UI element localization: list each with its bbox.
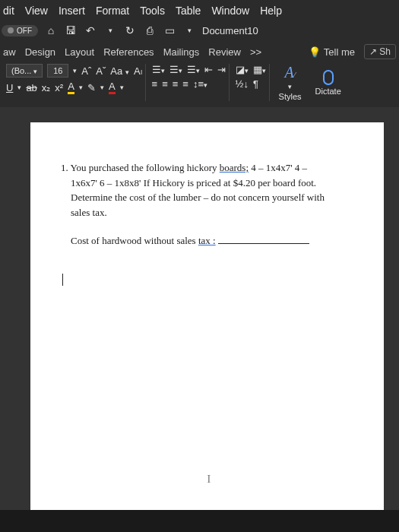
chevron-down-icon: ▾ (125, 68, 129, 75)
menu-tools[interactable]: Tools (140, 5, 165, 17)
undo-dropdown-icon[interactable]: ▾ (103, 27, 117, 34)
qat-customize-icon[interactable]: ▾ (182, 27, 196, 34)
font-group: (Bo... ▾ 16 ▾ Aˆ Aˇ Aa ▾ Aₗ U ▾ ab x₂ x²… (3, 64, 146, 101)
increase-indent-button[interactable]: ⇥ (217, 64, 226, 75)
align-left-button[interactable]: ≡ (152, 78, 158, 90)
menu-bar: dit View Insert Format Tools Table Windo… (0, 0, 399, 21)
line-spacing-button[interactable]: ↕≡▾ (193, 78, 207, 90)
document-title: Document10 (202, 25, 258, 36)
superscript-button[interactable]: x² (55, 82, 63, 93)
tab-draw[interactable]: aw (3, 46, 16, 58)
shading-button[interactable]: ◪▾ (236, 64, 249, 75)
text-line: You purchased the following hickory (71, 162, 220, 173)
font-name-value: (Bo... (11, 66, 31, 75)
chevron-down-icon[interactable]: ▾ (79, 84, 83, 91)
prompt-text: Cost of hardwood without sales (71, 235, 198, 246)
grow-font-button[interactable]: Aˆ (81, 65, 91, 77)
borders-button[interactable]: ▦▾ (253, 64, 266, 75)
redo-icon[interactable]: ↻ (123, 24, 137, 36)
pen-icon[interactable]: ✎ (87, 82, 96, 93)
title-bar: OFF ⌂ 🖫 ↶ ▾ ↻ ⎙ ▭ ▾ Document10 (0, 21, 399, 40)
list-number: 1. (61, 162, 68, 173)
tell-me-label: Tell me (324, 46, 355, 58)
tell-me-search[interactable]: 💡 Tell me (309, 46, 355, 58)
show-marks-button[interactable]: ¶ (253, 78, 258, 90)
bulb-icon: 💡 (309, 46, 321, 58)
share-label: Sh (379, 46, 391, 57)
chevron-down-icon[interactable]: ▾ (120, 84, 124, 91)
menu-view[interactable]: View (25, 5, 48, 17)
decrease-indent-button[interactable]: ⇤ (204, 64, 213, 75)
highlight-button[interactable]: A (68, 81, 74, 94)
menu-format[interactable]: Format (96, 5, 129, 17)
text-cursor (62, 274, 63, 286)
text-line: sales tax. (71, 207, 107, 218)
microphone-icon (323, 70, 334, 85)
strikethrough-button[interactable]: ab (26, 82, 36, 93)
font-color-button[interactable]: A (109, 81, 116, 94)
i-beam-icon: I (207, 471, 211, 487)
print-icon[interactable]: ⎙ (143, 24, 157, 36)
paragraph-group: ☰▾ ☰▾ ☰▾ ⇤ ⇥ ≡ ≡ ≡ ≡ ↕≡▾ (149, 64, 230, 101)
styles-group[interactable]: A⁄ ▾ Styles (273, 64, 308, 101)
tab-design[interactable]: Design (25, 46, 55, 58)
menu-edit[interactable]: dit (3, 5, 14, 17)
styles-icon: A⁄ (285, 64, 296, 81)
tab-mailings[interactable]: Mailings (163, 46, 200, 58)
styles-label: Styles (279, 92, 302, 101)
toggle-dot-icon (8, 27, 14, 33)
tab-references[interactable]: References (103, 46, 154, 58)
font-size-select[interactable]: 16 (47, 64, 68, 78)
tab-layout[interactable]: Layout (65, 46, 94, 58)
chevron-down-icon[interactable]: ▾ (100, 84, 104, 91)
dictate-button[interactable]: Dictate (311, 64, 346, 101)
change-case-button[interactable]: Aa ▾ (110, 65, 129, 77)
font-name-select[interactable]: (Bo... ▾ (6, 64, 43, 78)
align-right-button[interactable]: ≡ (173, 78, 179, 90)
text-line: Determine the cost of the lumber – do no… (71, 192, 325, 203)
save-icon[interactable]: 🖫 (64, 24, 78, 36)
autosave-toggle[interactable]: OFF (2, 25, 38, 36)
tabs-overflow[interactable]: >> (250, 46, 261, 58)
menu-help[interactable]: Help (260, 5, 282, 17)
underlined-word: boards; (220, 162, 249, 173)
clear-format-button[interactable]: Aₗ (134, 65, 142, 77)
menu-table[interactable]: Table (176, 5, 201, 17)
multilevel-button[interactable]: ☰▾ (187, 64, 200, 75)
share-button[interactable]: ↗ Sh (364, 44, 396, 59)
chevron-down-icon[interactable]: ▾ (73, 67, 77, 74)
shrink-font-button[interactable]: Aˇ (96, 65, 106, 77)
change-case-label: Aa (110, 65, 122, 77)
menu-window[interactable]: Window (211, 5, 249, 17)
tab-review[interactable]: Review (208, 46, 241, 58)
menu-insert[interactable]: Insert (59, 5, 85, 17)
subscript-button[interactable]: x₂ (42, 82, 51, 93)
underlined-word: tax : (198, 235, 216, 246)
dictate-label: Dictate (315, 87, 341, 96)
answer-prompt: Cost of hardwood without sales tax : (61, 233, 353, 249)
text-line: 4 – 1x4x7' 4 – (249, 162, 307, 173)
present-icon[interactable]: ▭ (163, 24, 176, 36)
autosave-label: OFF (17, 27, 32, 35)
chevron-down-icon[interactable]: ▾ (17, 84, 21, 91)
document-page[interactable]: 1. You purchased the following hickory b… (30, 122, 384, 510)
justify-button[interactable]: ≡ (182, 78, 188, 90)
document-viewport[interactable]: 1. You purchased the following hickory b… (0, 107, 399, 510)
paragraph-group-2: ◪▾ ▦▾ ½↓ ¶ (233, 64, 270, 101)
answer-blank (218, 243, 309, 244)
bullets-button[interactable]: ☰▾ (152, 64, 165, 75)
ribbon-toolbar: (Bo... ▾ 16 ▾ Aˆ Aˇ Aa ▾ Aₗ U ▾ ab x₂ x²… (0, 61, 399, 107)
align-center-button[interactable]: ≡ (162, 78, 168, 90)
home-icon[interactable]: ⌂ (44, 24, 58, 36)
undo-icon[interactable]: ↶ (84, 24, 97, 36)
underline-button[interactable]: U (6, 82, 13, 93)
sort-button[interactable]: ½↓ (236, 78, 249, 90)
share-icon: ↗ (369, 46, 377, 57)
numbering-button[interactable]: ☰▾ (169, 64, 182, 75)
problem-text: 1. You purchased the following hickory b… (61, 160, 353, 220)
chevron-down-icon: ▾ (33, 68, 37, 75)
chevron-down-icon: ▾ (288, 83, 292, 90)
ribbon-tabs: aw Design Layout References Mailings Rev… (0, 40, 399, 61)
text-line: 1x6x7' 6 – 1x8x8' If Hickory is priced a… (71, 177, 316, 188)
